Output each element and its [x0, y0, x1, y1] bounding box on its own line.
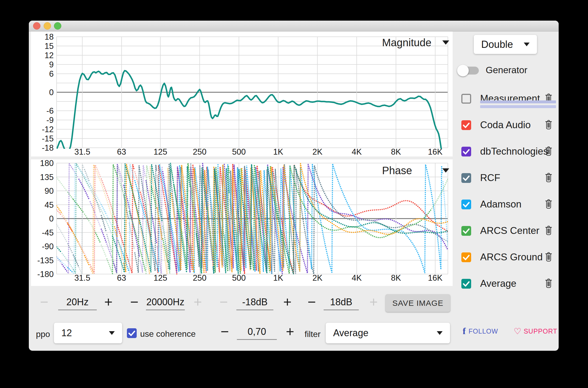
phase-chart[interactable]: 18013590450-45-90-135-18031.563125250500… [31, 159, 453, 286]
coherence-threshold-decrease-button[interactable]: − [216, 324, 233, 339]
db-max-decrease-button[interactable]: − [303, 294, 320, 309]
db-max-value[interactable]: 18dB [324, 295, 359, 310]
svg-text:45: 45 [45, 200, 54, 210]
chevron-down-icon [524, 43, 530, 46]
measurement-label[interactable]: ARCS Ground [480, 251, 543, 264]
close-button[interactable] [33, 22, 40, 30]
db-min-value[interactable]: -18dB [236, 295, 273, 310]
svg-text:4K: 4K [352, 147, 362, 156]
freq-max-value[interactable]: 20000Hz [146, 295, 185, 310]
db-min-decrease-button[interactable]: − [215, 294, 232, 309]
app-window: 181512960-6-9-12-15-1831.5631252505001K2… [29, 21, 559, 351]
delete-measurement-button[interactable] [545, 173, 553, 182]
svg-text:0: 0 [49, 88, 54, 97]
support-label: SUPPORT [524, 327, 557, 335]
phase-chart-panel: 18013590450-45-90-135-18031.563125250500… [31, 159, 453, 286]
svg-text:2K: 2K [313, 147, 323, 156]
check-icon [462, 279, 471, 288]
measurement-checkbox[interactable] [461, 200, 471, 209]
minimize-button[interactable] [44, 22, 51, 30]
svg-text:-45: -45 [42, 228, 54, 237]
svg-text:-15: -15 [42, 134, 54, 143]
delete-measurement-button[interactable] [545, 226, 553, 235]
coherence-threshold-increase-button[interactable]: + [282, 324, 298, 339]
level-meter [480, 100, 556, 103]
delete-measurement-button[interactable] [545, 279, 553, 288]
delete-measurement-button[interactable] [545, 120, 553, 130]
filter-select[interactable]: Average [326, 323, 450, 343]
measurement-checkbox[interactable] [461, 173, 471, 183]
generator-toggle-knob[interactable] [457, 65, 469, 76]
chevron-down-icon [109, 331, 115, 335]
svg-text:12: 12 [45, 51, 54, 60]
svg-text:16K: 16K [428, 147, 443, 156]
titlebar[interactable] [29, 21, 559, 31]
use-coherence-checkbox[interactable] [127, 328, 137, 338]
svg-text:180: 180 [40, 159, 54, 168]
svg-text:2K: 2K [313, 273, 323, 283]
svg-text:18: 18 [45, 32, 54, 41]
measurement-checkbox[interactable] [461, 226, 471, 236]
svg-text:125: 125 [154, 147, 167, 156]
use-coherence-label: use coherence [140, 329, 196, 339]
measurement-label[interactable]: Adamson [480, 198, 521, 211]
mode-select[interactable]: Double [474, 35, 537, 54]
svg-text:250: 250 [193, 273, 206, 283]
save-image-button[interactable]: SAVE IMAGE [385, 294, 450, 312]
svg-text:125: 125 [154, 273, 167, 283]
chevron-down-icon [442, 168, 449, 173]
measurement-checkbox[interactable] [461, 120, 471, 130]
svg-text:8K: 8K [391, 273, 401, 283]
measurement-checkbox[interactable] [461, 147, 471, 156]
db-max-increase-button[interactable]: + [365, 294, 382, 309]
freq-min-decrease-button[interactable]: − [36, 294, 53, 309]
measurement-label[interactable]: RCF [480, 171, 500, 184]
measurement-label[interactable]: dbTechnologies [480, 145, 548, 158]
delete-measurement-button[interactable] [545, 146, 553, 156]
delete-measurement-button[interactable] [545, 199, 553, 209]
trash-icon [545, 279, 553, 288]
measurement-checkbox[interactable] [461, 252, 471, 262]
ppo-value: 12 [54, 327, 109, 339]
check-icon [462, 227, 471, 235]
svg-text:63: 63 [117, 147, 126, 156]
maximize-button[interactable] [54, 22, 61, 30]
magnitude-chart[interactable]: 181512960-6-9-12-15-1831.5631252505001K2… [31, 31, 453, 156]
measurement-label[interactable]: ARCS Center [480, 224, 539, 237]
ppo-select[interactable]: 12 [54, 323, 122, 343]
svg-text:9: 9 [49, 60, 54, 69]
check-icon [462, 253, 471, 262]
freq-min-value[interactable]: 20Hz [58, 295, 97, 310]
trash-icon [545, 120, 553, 130]
support-link[interactable]: ♡ SUPPORT [514, 326, 557, 336]
measurement-checkbox[interactable] [461, 279, 471, 289]
check-icon [462, 174, 471, 182]
measurement-label[interactable]: Average [480, 277, 516, 290]
svg-text:1K: 1K [273, 147, 283, 156]
measurement-label[interactable]: Coda Audio [480, 118, 531, 132]
follow-link[interactable]: f FOLLOW [463, 326, 498, 336]
magnitude-view-selector[interactable]: Magnitude [382, 36, 449, 49]
phase-title: Phase [382, 165, 412, 177]
mode-value: Double [474, 39, 524, 50]
svg-text:-12: -12 [42, 125, 54, 134]
filter-label: filter [305, 329, 320, 339]
measurement-checkbox[interactable] [461, 94, 471, 104]
freq-max-decrease-button[interactable]: − [126, 294, 143, 309]
screen: 181512960-6-9-12-15-1831.5631252505001K2… [0, 0, 588, 388]
trash-icon [545, 199, 553, 209]
freq-max-increase-button[interactable]: + [189, 294, 206, 309]
check-icon [462, 200, 471, 209]
trash-icon [545, 173, 553, 182]
level-meter [480, 105, 556, 108]
db-min-increase-button[interactable]: + [279, 294, 296, 309]
svg-text:90: 90 [45, 186, 54, 196]
filter-value: Average [326, 327, 437, 339]
delete-measurement-button[interactable] [545, 252, 553, 262]
svg-text:-180: -180 [37, 270, 54, 279]
phase-view-selector[interactable]: Phase [382, 164, 449, 177]
coherence-threshold-value[interactable]: 0,70 [237, 325, 277, 340]
svg-text:-18: -18 [42, 143, 54, 153]
svg-text:8K: 8K [391, 147, 401, 156]
freq-min-increase-button[interactable]: + [100, 294, 117, 309]
